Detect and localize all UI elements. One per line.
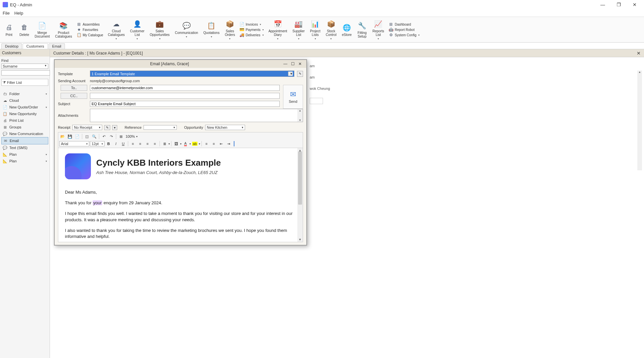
ribbon-report-robot[interactable]: 🤖Report Robot <box>389 27 420 32</box>
opportunity-combo[interactable]: New Kitchen▾ <box>205 125 245 130</box>
highlight-color-button[interactable]: ab <box>191 140 198 147</box>
ribbon-print[interactable]: 🖨Print <box>2 18 16 41</box>
nav-email[interactable]: ✉Email <box>1 137 48 144</box>
ribbon-delete[interactable]: 🗑Delete <box>17 18 31 41</box>
close-button[interactable]: ✕ <box>628 1 641 9</box>
tab-desktop[interactable]: Desktop <box>1 43 22 49</box>
nav-folder[interactable]: 🗀Folder▾ <box>1 90 48 97</box>
ribbon-dashboard[interactable]: ⊞Dashboard <box>389 22 420 27</box>
cc-button[interactable]: CC.. <box>61 93 87 99</box>
dialog-close-button[interactable]: ✕ <box>296 61 304 67</box>
menu-file[interactable]: File <box>3 11 10 16</box>
maximize-button[interactable]: ❐ <box>612 1 625 9</box>
bullet-list-button[interactable]: ≡ <box>210 140 217 147</box>
editor-scrollbar[interactable]: ▲ ▼ <box>297 148 303 242</box>
attachments-scrollbar[interactable]: ▲▼ <box>297 109 303 122</box>
search-input[interactable] <box>1 70 50 76</box>
filter-list-button[interactable]: ⧩ Filter List <box>1 79 48 86</box>
highlight-button[interactable]: ✎ <box>104 125 110 130</box>
ribbon-prod-cat[interactable]: 📚Product Catalogues <box>53 18 74 41</box>
ribbon-system-config[interactable]: ⚙System Config▾ <box>389 33 420 37</box>
send-button[interactable]: ✉ Send <box>283 85 303 109</box>
ribbon-invoices[interactable]: 📄Invoices▾ <box>240 22 264 27</box>
nav-new-opp[interactable]: 📋New Opportunity <box>1 110 48 117</box>
italic-button[interactable]: I <box>113 140 119 147</box>
dialog-minimize-button[interactable]: — <box>282 61 289 67</box>
reference-combo[interactable]: ▾ <box>144 125 177 130</box>
ribbon-deliveries[interactable]: 🚚Deliveries▾ <box>240 33 264 37</box>
line-spacing-button[interactable]: ≣ <box>161 140 168 147</box>
edit-template-button[interactable]: ✎ <box>297 71 303 77</box>
bold-button[interactable]: B <box>105 140 112 147</box>
dashboard-icon: ⊞ <box>389 22 393 27</box>
ribbon-assemblies[interactable]: ⊞Assemblies <box>77 22 103 27</box>
nav-groups[interactable]: ⊞Groups <box>1 124 48 130</box>
align-right-button[interactable]: ≡ <box>144 140 151 147</box>
subject-field[interactable] <box>90 101 280 107</box>
ribbon-merge-doc[interactable]: 📄Merge Document <box>33 18 52 41</box>
ribbon-favourites[interactable]: ★Favourites <box>77 27 103 32</box>
find-by-combo[interactable]: Surname ▼ <box>1 64 48 69</box>
template-combo[interactable]: 1 Example Email Template ▾ <box>90 71 294 77</box>
zoom-value[interactable]: 100% <box>125 134 136 138</box>
save-button[interactable]: 💾 <box>67 133 73 140</box>
redo-button[interactable]: ↷ <box>108 133 115 140</box>
ribbon-estore[interactable]: 🌐eStore <box>340 18 354 41</box>
align-center-button[interactable]: ≡ <box>137 140 144 147</box>
new-button[interactable]: 📄 <box>74 133 81 140</box>
detail-scrollbar[interactable]: ▲ <box>637 71 642 170</box>
nav-text-sms[interactable]: 💬Text (SMS) <box>1 144 48 151</box>
ribbon-payments[interactable]: 💳Payments▾ <box>240 27 264 32</box>
ribbon-sales-orders[interactable]: 📦Sales Orders▾ <box>223 18 237 41</box>
align-justify-button[interactable]: ≡ <box>152 140 158 147</box>
ribbon-cust-list[interactable]: 👤Customer List▾ <box>128 18 146 41</box>
to-button[interactable]: To.. <box>61 85 87 91</box>
ribbon-fitting-setup[interactable]: 🔧Fitting Setup <box>355 18 369 41</box>
underline-button[interactable]: U <box>120 140 127 147</box>
minimize-button[interactable]: — <box>596 1 609 9</box>
nav-new-comm[interactable]: 💬New Communication <box>1 130 48 137</box>
ribbon-appt-diary[interactable]: 📅Appointment Diary▾ <box>266 18 289 41</box>
tab-email[interactable]: Email <box>49 43 65 49</box>
ribbon-sales-opp[interactable]: 💼Sales Opportunities▾ <box>148 18 171 41</box>
ribbon-stock-control[interactable]: 📦Stock Control▾ <box>324 18 338 41</box>
ribbon-project-lists[interactable]: 📊Project Lists▾ <box>308 18 322 41</box>
dialog-maximize-button[interactable]: ☐ <box>289 61 296 67</box>
outdent-button[interactable]: ⇤ <box>218 140 224 147</box>
align-left-button[interactable]: ≡ <box>130 140 136 147</box>
menu-help[interactable]: Help <box>14 11 23 16</box>
highlight-menu-button[interactable]: ▾ <box>112 125 117 130</box>
nav-new-quote[interactable]: 📄New Quote/Order▾ <box>1 104 48 110</box>
details-close-button[interactable]: ✕ <box>637 51 641 56</box>
scroll-thumb[interactable] <box>298 151 302 205</box>
ribbon-cloud-cat[interactable]: ☁Cloud Catalogues▾ <box>106 18 127 41</box>
folder-icon: 🗀 <box>3 91 7 96</box>
cc-field[interactable] <box>90 93 280 99</box>
ribbon-supplier-list[interactable]: 🏭Supplier List▾ <box>290 18 307 41</box>
open-button[interactable]: 📂 <box>59 133 66 140</box>
ribbon-my-catalogue[interactable]: 📋My Catalogue <box>77 33 103 37</box>
ribbon-communication[interactable]: 💬Communication▾ <box>173 18 200 41</box>
to-field[interactable] <box>90 85 280 91</box>
undo-button[interactable]: ↶ <box>101 133 107 140</box>
nav-cloud[interactable]: ☁Cloud <box>1 97 48 104</box>
nav-print-list[interactable]: 🖨Print List <box>1 117 48 124</box>
font-color-button[interactable]: A <box>182 140 189 147</box>
receipt-combo[interactable]: No Receipt▾ <box>72 125 102 130</box>
indent-button[interactable]: ⇥ <box>225 140 232 147</box>
image-button[interactable]: 🖼 <box>173 140 179 147</box>
tab-customers[interactable]: Customers <box>23 43 48 49</box>
table-button[interactable]: ⊞ <box>118 133 124 140</box>
font-size-combo[interactable]: 12pt▾ <box>90 141 105 146</box>
find-button[interactable]: 🔍 <box>91 133 98 140</box>
ribbon-quotations[interactable]: 📋Quotations▾ <box>201 18 221 41</box>
attachments-box[interactable]: ▲▼ <box>90 109 303 122</box>
font-combo[interactable]: Arial▾ <box>59 141 89 146</box>
bg-input[interactable] <box>310 98 323 104</box>
numbered-list-button[interactable]: ≡ <box>203 140 210 147</box>
ribbon-reports-list[interactable]: 📈Reports List▾ <box>370 18 386 41</box>
editor-body[interactable]: Cyncly KBB Interiors Example Ash Tree Ho… <box>58 148 303 242</box>
nav-plan2[interactable]: 📐Plan▾ <box>1 158 48 164</box>
preview-button[interactable]: ◫ <box>84 133 90 140</box>
nav-plan1[interactable]: 📐Plan▾ <box>1 151 48 158</box>
